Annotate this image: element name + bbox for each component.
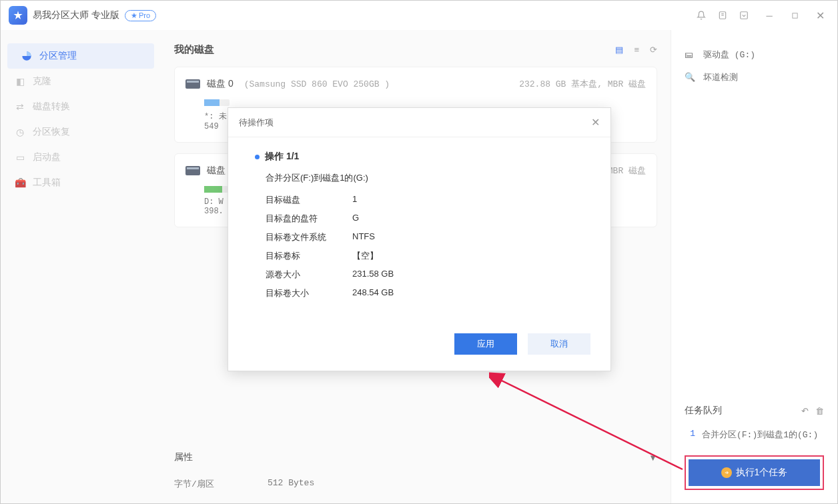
main-title: 我的磁盘 xyxy=(174,43,214,56)
clear-icon[interactable]: 🗑 xyxy=(815,406,824,416)
boot-icon: ▭ xyxy=(14,151,26,163)
modal-title: 待操作项 xyxy=(239,117,274,129)
toolbox-icon: 🧰 xyxy=(14,177,26,189)
sidebar-item-boot[interactable]: ▭ 启动盘 xyxy=(1,145,161,170)
dropdown-icon[interactable] xyxy=(739,10,749,21)
disk-icon xyxy=(185,79,200,89)
piechart-icon xyxy=(21,50,33,62)
op-row: 目标卷标【空】 xyxy=(255,247,584,265)
grid-view-icon[interactable]: ▤ xyxy=(615,45,623,55)
sidebar-item-label: 分区恢复 xyxy=(33,126,70,138)
sidebar-item-label: 工具箱 xyxy=(33,177,61,189)
props-key: 字节/扇区 xyxy=(174,478,268,490)
bell-icon[interactable] xyxy=(696,10,707,21)
disk-icon xyxy=(185,166,200,175)
op-val: 248.54 GB xyxy=(352,287,394,299)
op-val: NTFS xyxy=(352,231,375,243)
clone-icon: ◧ xyxy=(14,75,26,87)
op-row: 目标盘的盘符G xyxy=(255,209,584,228)
op-key: 目标磁盘 xyxy=(266,194,352,206)
modal-close-icon[interactable]: ✕ xyxy=(591,116,600,129)
bullet-icon xyxy=(255,155,260,159)
op-row: 目标卷大小248.54 GB xyxy=(255,284,584,303)
operation-title: 操作 1/1 xyxy=(255,151,584,163)
sidebar-item-label: 启动盘 xyxy=(33,151,61,163)
svg-rect-5 xyxy=(792,13,797,17)
execute-button[interactable]: 执行1个任务 xyxy=(689,459,820,486)
op-key: 源卷大小 xyxy=(266,269,352,281)
props-val: 512 Bytes xyxy=(268,478,314,490)
close-icon[interactable]: ✕ xyxy=(811,10,829,21)
badtrack-item[interactable]: 🔍 坏道检测 xyxy=(685,66,824,89)
task-queue: 任务队列 ↶ 🗑 1 合并分区(F:)到磁盘1的(G:) 执行1个任务 xyxy=(685,398,824,490)
op-key: 目标卷大小 xyxy=(266,287,352,299)
maximize-icon[interactable] xyxy=(789,10,800,21)
op-val: G xyxy=(352,213,359,225)
pro-badge: ★Pro xyxy=(125,10,156,21)
svg-rect-4 xyxy=(741,12,748,19)
op-row: 源卷大小231.58 GB xyxy=(255,265,584,284)
undo-icon[interactable]: ↶ xyxy=(801,406,809,416)
disk-info: (Samsung SSD 860 EVO 250GB ) xyxy=(244,79,390,89)
refresh-icon[interactable]: ⟳ xyxy=(650,45,657,55)
drive-icon: 🖴 xyxy=(685,50,697,60)
disk-label: 磁盘 xyxy=(207,165,226,177)
pending-ops-modal: 待操作项 ✕ 操作 1/1 合并分区(F:)到磁盘1的(G:) 目标磁盘1目标盘… xyxy=(228,107,611,371)
sidebar-item-clone[interactable]: ◧ 克隆 xyxy=(1,69,161,94)
op-key: 目标盘的盘符 xyxy=(266,213,352,225)
list-view-icon[interactable]: ≡ xyxy=(634,45,639,55)
props-title: 属性 xyxy=(174,451,193,463)
chevron-down-icon[interactable]: ▼ xyxy=(649,453,657,463)
disk-meta: MBR 磁盘 xyxy=(608,165,646,177)
minimize-icon[interactable]: ─ xyxy=(760,10,779,21)
task-item[interactable]: 1 合并分区(F:)到磁盘1的(G:) xyxy=(685,423,824,446)
rightbar: 🖴 驱动盘 (G:) 🔍 坏道检测 任务队列 ↶ 🗑 1 合并分区( xyxy=(671,30,837,503)
sidebar-item-partition[interactable]: 分区管理 xyxy=(7,43,154,69)
app-logo-icon xyxy=(9,6,27,25)
recover-icon: ◷ xyxy=(14,126,26,138)
op-val: 1 xyxy=(352,194,357,206)
drive-item[interactable]: 🖴 驱动盘 (G:) xyxy=(685,43,824,66)
cancel-button[interactable]: 取消 xyxy=(528,333,590,355)
sidebar-item-convert[interactable]: ⇄ 磁盘转换 xyxy=(1,94,161,119)
task-desc: 合并分区(F:)到磁盘1的(G:) xyxy=(702,429,818,441)
operation-desc: 合并分区(F:)到磁盘1的(G:) xyxy=(255,172,584,184)
app-title: 易我分区大师 专业版 xyxy=(33,9,119,21)
apply-button[interactable]: 应用 xyxy=(454,333,517,355)
op-row: 目标卷文件系统NTFS xyxy=(255,228,584,247)
task-number: 1 xyxy=(685,429,695,441)
op-key: 目标卷文件系统 xyxy=(266,231,352,243)
sidebar-item-tools[interactable]: 🧰 工具箱 xyxy=(1,170,161,195)
disk-meta: 232.88 GB 基本盘, MBR 磁盘 xyxy=(519,78,646,90)
sidebar-item-label: 分区管理 xyxy=(39,50,77,62)
properties-section: 属性 ▼ 字节/扇区 512 Bytes xyxy=(174,443,657,497)
disk-label: 磁盘 0 xyxy=(207,78,234,90)
sidebar-item-label: 磁盘转换 xyxy=(33,101,70,113)
note-icon[interactable] xyxy=(717,10,728,21)
svg-marker-0 xyxy=(13,11,22,19)
arrow-right-icon xyxy=(721,467,732,478)
op-key: 目标卷标 xyxy=(266,250,352,262)
queue-title: 任务队列 xyxy=(685,405,722,417)
convert-icon: ⇄ xyxy=(14,101,26,113)
op-val: 231.58 GB xyxy=(352,269,394,281)
op-row: 目标磁盘1 xyxy=(255,191,584,209)
sidebar: 分区管理 ◧ 克隆 ⇄ 磁盘转换 ◷ 分区恢复 ▭ 启动盘 🧰 工具箱 xyxy=(1,30,161,503)
sidebar-item-recover[interactable]: ◷ 分区恢复 xyxy=(1,119,161,145)
titlebar: 易我分区大师 专业版 ★Pro ─ ✕ xyxy=(1,1,837,30)
op-val: 【空】 xyxy=(352,250,378,262)
sidebar-item-label: 克隆 xyxy=(33,75,51,87)
search-icon: 🔍 xyxy=(685,72,697,83)
